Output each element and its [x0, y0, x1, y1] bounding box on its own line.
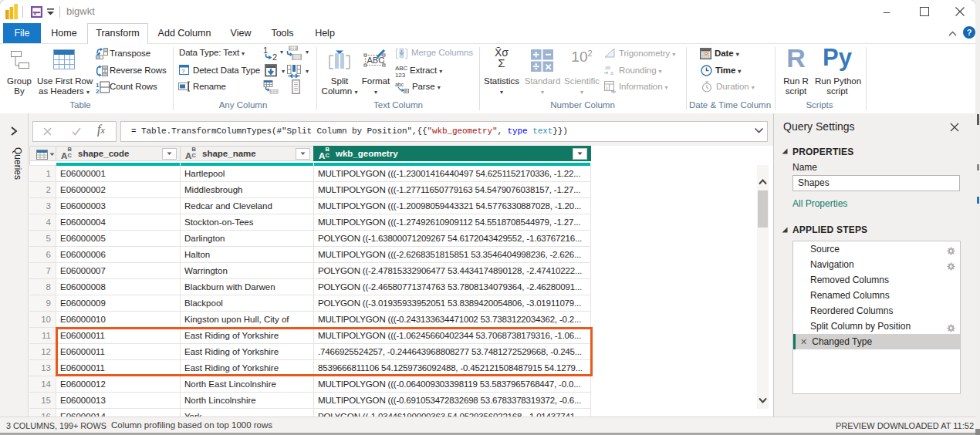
svg-text:.0: .0 — [610, 70, 614, 75]
svg-text:ABC: ABC — [367, 56, 385, 65]
svg-text:ABC: ABC — [395, 65, 407, 72]
svg-text:2: 2 — [96, 88, 100, 94]
svg-text:2: 2 — [272, 52, 277, 61]
svg-text:123: 123 — [395, 72, 406, 78]
svg-text:1: 1 — [263, 46, 268, 55]
svg-text:?: ? — [181, 68, 185, 75]
svg-text:abc: abc — [395, 82, 404, 87]
svg-text:.00: .00 — [604, 66, 611, 70]
